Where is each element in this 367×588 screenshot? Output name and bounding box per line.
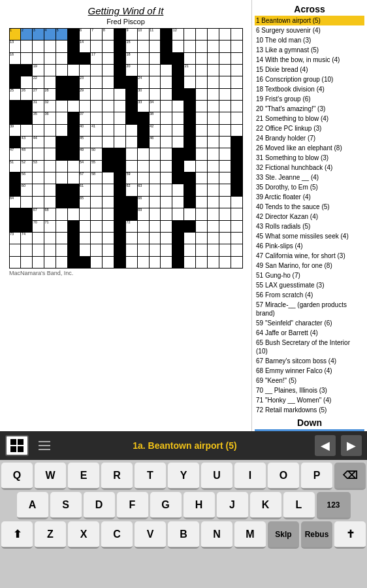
key-123[interactable]: 123 <box>317 492 351 519</box>
cell-19-15[interactable] <box>184 256 196 268</box>
across-clue-40[interactable]: 40 Tends to the sauce (5) <box>255 202 364 212</box>
cell-14-0[interactable]: 64 <box>9 196 21 208</box>
cell-8-14[interactable] <box>172 124 184 136</box>
across-clue-43[interactable]: 43 Rolls radials (5) <box>255 221 364 231</box>
cell-1-8[interactable] <box>103 41 114 52</box>
cell-2-3[interactable] <box>44 52 56 64</box>
cell-8-10[interactable] <box>125 124 137 136</box>
across-clue-1[interactable]: 1 Beantown airport (5) <box>255 16 364 25</box>
cell-5-5[interactable] <box>67 88 79 100</box>
cell-8-18[interactable] <box>219 124 231 136</box>
cell-14-10[interactable] <box>125 196 137 208</box>
cell-16-7[interactable] <box>91 220 103 232</box>
cell-12-4[interactable] <box>56 172 67 184</box>
cell-16-5[interactable] <box>67 220 79 232</box>
cell-8-16[interactable] <box>196 124 208 136</box>
key-a[interactable]: A <box>17 492 48 519</box>
cell-11-0[interactable]: 51 <box>9 160 21 172</box>
cell-1-13[interactable] <box>161 41 172 52</box>
cell-9-5[interactable] <box>67 137 79 148</box>
cell-17-2[interactable] <box>33 232 44 244</box>
cell-3-10[interactable]: 20 <box>125 65 137 76</box>
cell-16-10[interactable]: 72 <box>125 220 137 232</box>
cell-6-0[interactable] <box>9 101 21 112</box>
cell-5-13[interactable] <box>161 88 172 100</box>
cell-6-5[interactable] <box>67 101 79 112</box>
cell-0-4[interactable]: 5 <box>56 29 67 41</box>
cell-14-14[interactable] <box>172 196 184 208</box>
cell-3-12[interactable] <box>149 65 161 76</box>
cell-1-0[interactable]: 13 <box>9 41 21 52</box>
cell-7-2[interactable]: 35 <box>33 112 44 124</box>
cell-3-6[interactable] <box>79 65 91 76</box>
cell-18-3[interactable] <box>44 244 56 256</box>
cell-14-12[interactable] <box>149 196 161 208</box>
cell-6-8[interactable] <box>103 101 114 112</box>
cell-7-0[interactable] <box>9 112 21 124</box>
cell-13-14[interactable] <box>172 184 184 196</box>
cell-11-1[interactable]: 52 <box>21 160 33 172</box>
cell-6-18[interactable] <box>219 101 231 112</box>
cell-2-14[interactable] <box>172 52 184 64</box>
cell-15-3[interactable]: 68 <box>44 208 56 220</box>
key-special[interactable]: ⌫ <box>334 463 366 490</box>
cell-3-9[interactable] <box>114 65 126 76</box>
cell-3-8[interactable] <box>103 65 114 76</box>
cell-5-12[interactable] <box>149 88 161 100</box>
across-clue-20[interactable]: 20 "That's amazing!" (3) <box>255 104 364 114</box>
cell-8-3[interactable] <box>44 124 56 136</box>
cell-13-16[interactable] <box>196 184 208 196</box>
cell-8-7[interactable]: 41 <box>91 124 103 136</box>
cell-12-2[interactable] <box>33 172 44 184</box>
cell-12-14[interactable] <box>172 172 184 184</box>
cell-7-14[interactable] <box>172 112 184 124</box>
cell-13-7[interactable] <box>91 184 103 196</box>
cell-15-0[interactable] <box>9 208 21 220</box>
cell-8-0[interactable]: 39 <box>9 124 21 136</box>
cell-17-0[interactable]: 73 <box>9 232 21 244</box>
key-d[interactable]: D <box>84 492 115 519</box>
key-rebus[interactable]: Rebus <box>301 521 332 549</box>
cell-16-15[interactable] <box>184 220 196 232</box>
cell-0-14[interactable]: 12 <box>172 29 184 41</box>
cell-4-2[interactable]: 22 <box>33 76 44 88</box>
cell-4-15[interactable] <box>184 76 196 88</box>
cell-17-6[interactable] <box>79 232 91 244</box>
cell-1-7[interactable] <box>91 41 103 52</box>
cell-1-11[interactable] <box>137 41 149 52</box>
across-clue-49[interactable]: 49 San Marino, for one (8) <box>255 261 364 270</box>
cell-5-6[interactable]: 29 <box>79 88 91 100</box>
cell-0-19[interactable] <box>231 29 242 41</box>
cell-9-12[interactable]: 46 <box>149 137 161 148</box>
cell-10-18[interactable] <box>219 148 231 160</box>
cell-17-18[interactable] <box>219 232 231 244</box>
key-y[interactable]: Y <box>168 463 199 490</box>
cell-17-5[interactable] <box>67 232 79 244</box>
across-clue-18[interactable]: 18 Textbook division (4) <box>255 84 364 94</box>
cell-2-11[interactable] <box>137 52 149 64</box>
cell-18-18[interactable] <box>219 244 231 256</box>
key-g[interactable]: G <box>150 492 182 519</box>
cell-1-1[interactable] <box>21 41 33 52</box>
across-clue-19[interactable]: 19 Frist's group (6) <box>255 94 364 104</box>
cell-17-1[interactable]: 74 <box>21 232 33 244</box>
key-p[interactable]: P <box>301 463 332 490</box>
cell-4-17[interactable] <box>207 76 219 88</box>
cell-19-11[interactable] <box>137 256 149 268</box>
cell-18-11[interactable] <box>137 244 149 256</box>
across-clue-39[interactable]: 39 Arctic floater (4) <box>255 192 364 202</box>
key-v[interactable]: V <box>135 521 166 549</box>
cell-18-15[interactable] <box>184 244 196 256</box>
across-clue-69[interactable]: 69 "Keen!" (5) <box>255 376 364 385</box>
cell-17-8[interactable] <box>103 232 114 244</box>
cell-9-8[interactable] <box>103 137 114 148</box>
cell-9-6[interactable]: 45 <box>79 137 91 148</box>
cell-6-6[interactable] <box>79 101 91 112</box>
cell-13-15[interactable] <box>184 184 196 196</box>
cell-5-19[interactable] <box>231 88 242 100</box>
across-clue-22[interactable]: 22 Office PC linkup (3) <box>255 123 364 133</box>
cell-7-9[interactable] <box>114 112 126 124</box>
cell-7-13[interactable] <box>161 112 172 124</box>
cell-4-11[interactable]: 24 <box>137 76 149 88</box>
cell-18-0[interactable] <box>9 244 21 256</box>
